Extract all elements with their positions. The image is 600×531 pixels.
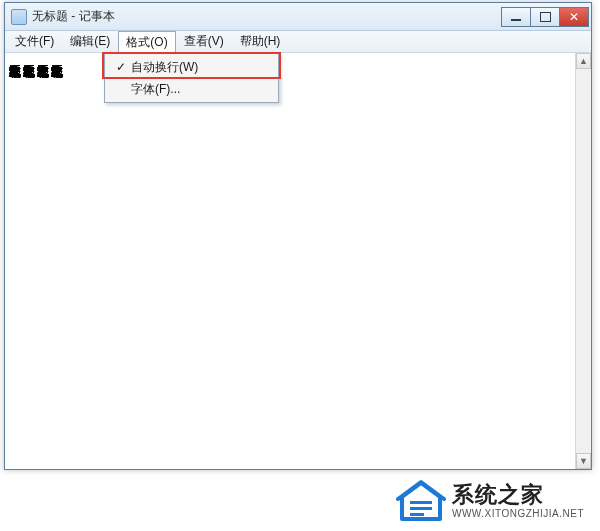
watermark-en: WWW.XITONGZHIJIA.NET (452, 508, 584, 519)
check-icon: ✓ (111, 60, 131, 74)
svg-rect-0 (410, 501, 432, 504)
scroll-up-button[interactable]: ▲ (576, 53, 591, 69)
menubar: 文件(F) 编辑(E) 格式(O) 查看(V) 帮助(H) (5, 31, 591, 53)
logo-icon (396, 479, 446, 523)
menu-help[interactable]: 帮助(H) (232, 31, 289, 52)
notepad-window: 无标题 - 记事本 文件(F) 编辑(E) 格式(O) 查看(V) 帮助(H) … (4, 2, 592, 470)
vertical-scrollbar[interactable]: ▲ ▼ (575, 53, 591, 469)
close-button[interactable] (559, 7, 589, 27)
menu-item-wordwrap[interactable]: ✓ 自动换行(W) (107, 56, 276, 78)
minimize-button[interactable] (501, 7, 531, 27)
watermark-cn: 系统之家 (452, 483, 584, 507)
menu-view[interactable]: 查看(V) (176, 31, 232, 52)
maximize-button[interactable] (530, 7, 560, 27)
menu-file[interactable]: 文件(F) (7, 31, 62, 52)
menu-item-label: 字体(F)... (131, 81, 268, 98)
menu-edit[interactable]: 编辑(E) (62, 31, 118, 52)
format-dropdown: ✓ 自动换行(W) 字体(F)... (104, 53, 279, 103)
watermark-text: 系统之家 WWW.XITONGZHIJIA.NET (452, 483, 584, 518)
menu-item-label: 自动换行(W) (131, 59, 268, 76)
app-icon (11, 9, 27, 25)
titlebar[interactable]: 无标题 - 记事本 (5, 3, 591, 31)
menu-item-font[interactable]: 字体(F)... (107, 78, 276, 100)
scroll-down-button[interactable]: ▼ (576, 453, 591, 469)
menu-format[interactable]: 格式(O) (118, 31, 175, 53)
window-controls (502, 7, 589, 27)
text-editor[interactable]: 系统之家系统之家系统之家系统之家系统之家系统之家系统之家系统 系统之家系统之家系… (6, 53, 590, 468)
watermark: 系统之家 WWW.XITONGZHIJIA.NET (396, 479, 584, 523)
svg-rect-2 (410, 513, 424, 516)
window-title: 无标题 - 记事本 (32, 8, 502, 25)
svg-rect-1 (410, 507, 432, 510)
